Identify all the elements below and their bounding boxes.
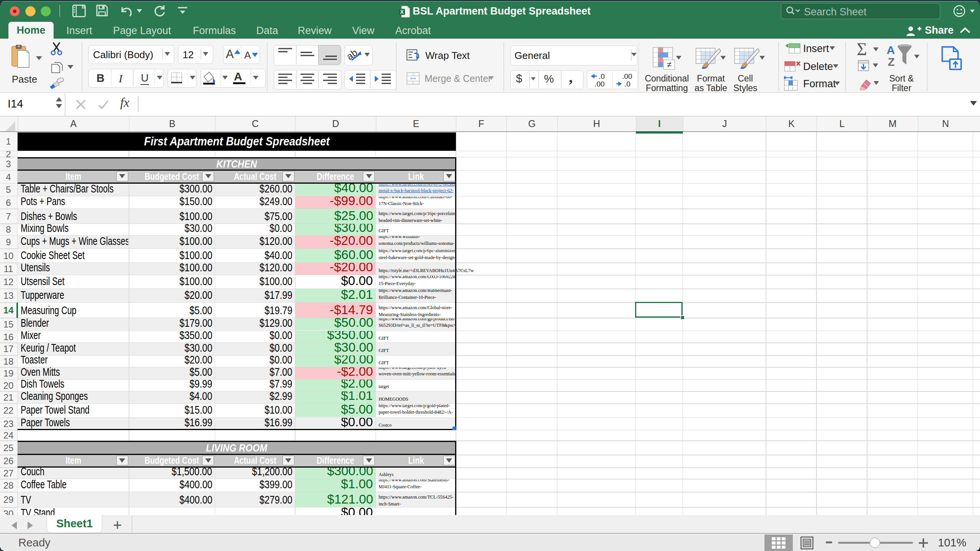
svg-text:.00: .00 (595, 80, 604, 87)
svg-text:.0: .0 (599, 72, 605, 80)
svg-text:X: X (400, 9, 404, 15)
